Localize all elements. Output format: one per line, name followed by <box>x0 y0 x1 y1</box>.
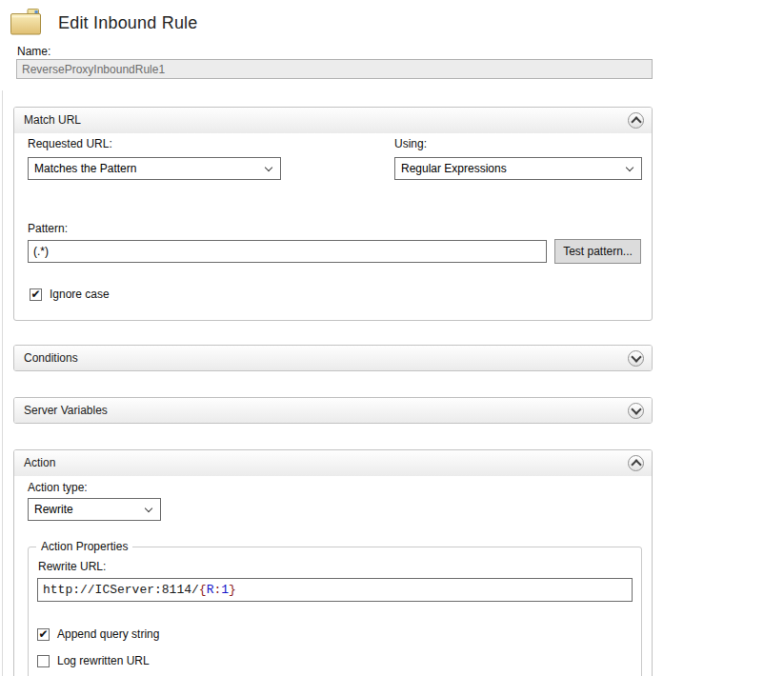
name-label: Name: <box>17 45 50 58</box>
action-title: Action <box>24 456 55 469</box>
edit-inbound-rule-page: Edit Inbound Rule Name: Match URL Reques… <box>0 0 784 676</box>
pattern-input[interactable] <box>28 240 547 263</box>
left-pane-divider <box>2 90 3 676</box>
requested-url-value: Matches the Pattern <box>34 162 136 175</box>
checkmark-icon: ✔ <box>30 288 40 300</box>
action-collapse-button[interactable] <box>628 455 644 471</box>
log-rewritten-label: Log rewritten URL <box>57 654 150 667</box>
log-rewritten-checkbox[interactable] <box>37 655 50 667</box>
match-url-collapse-button[interactable] <box>628 112 644 129</box>
match-url-title: Match URL <box>24 113 81 127</box>
ignore-case-checkbox[interactable]: ✔ <box>30 288 42 301</box>
inbound-rule-folder-icon <box>8 7 44 38</box>
conditions-header[interactable]: Conditions <box>14 346 652 370</box>
chevron-up-icon <box>631 116 641 127</box>
log-rewritten-row: Log rewritten URL <box>37 654 150 667</box>
ignore-case-row: ✔ Ignore case <box>30 288 110 301</box>
action-properties-legend: Action Properties <box>36 540 132 553</box>
chevron-down-icon <box>265 164 272 171</box>
action-type-label: Action type: <box>28 481 88 494</box>
append-query-label: Append query string <box>57 627 159 641</box>
pattern-label: Pattern: <box>28 222 68 235</box>
append-query-checkbox[interactable]: ✔ <box>37 628 50 641</box>
append-query-row: ✔ Append query string <box>37 627 159 641</box>
test-pattern-button[interactable]: Test pattern... <box>554 239 641 264</box>
chevron-up-icon <box>631 459 641 469</box>
server-variables-header[interactable]: Server Variables <box>14 398 652 423</box>
requested-url-label: Requested URL: <box>28 137 112 150</box>
using-label: Using: <box>394 137 427 150</box>
server-variables-section: Server Variables <box>13 397 653 424</box>
chevron-down-icon <box>626 164 633 171</box>
page-title: Edit Inbound Rule <box>58 13 198 33</box>
rewrite-url-input[interactable]: http://ICServer:8114/{R:1} <box>37 578 633 602</box>
using-select[interactable]: Regular Expressions <box>394 157 642 180</box>
chevron-down-icon <box>631 404 641 414</box>
chevron-down-icon <box>631 351 641 362</box>
action-section: Action Action type: Rewrite Action Prope… <box>13 449 653 676</box>
match-url-header[interactable]: Match URL <box>14 108 652 133</box>
server-variables-expand-button[interactable] <box>628 403 644 419</box>
conditions-title: Conditions <box>24 351 78 365</box>
action-properties-group: Action Properties Rewrite URL: http://IC… <box>28 547 642 676</box>
action-header[interactable]: Action <box>14 450 652 476</box>
rewrite-url-index: 1 <box>221 583 229 597</box>
rule-name-input[interactable] <box>16 59 653 79</box>
match-url-section: Match URL Requested URL: Matches the Pat… <box>13 107 653 321</box>
ignore-case-label: Ignore case <box>50 288 110 301</box>
conditions-section: Conditions <box>13 345 653 371</box>
chevron-down-icon <box>145 505 152 512</box>
server-variables-title: Server Variables <box>24 404 108 417</box>
checkmark-icon: ✔ <box>38 628 48 640</box>
rewrite-url-base: http://ICServer:8114/ <box>43 583 199 597</box>
requested-url-select[interactable]: Matches the Pattern <box>28 157 281 180</box>
rewrite-url-label: Rewrite URL: <box>38 560 106 573</box>
rewrite-url-open-brace: { <box>199 583 207 597</box>
action-type-value: Rewrite <box>34 503 73 516</box>
action-type-select[interactable]: Rewrite <box>28 498 161 521</box>
using-value: Regular Expressions <box>401 162 507 175</box>
conditions-expand-button[interactable] <box>628 350 644 367</box>
rewrite-url-close-brace: } <box>229 583 236 597</box>
